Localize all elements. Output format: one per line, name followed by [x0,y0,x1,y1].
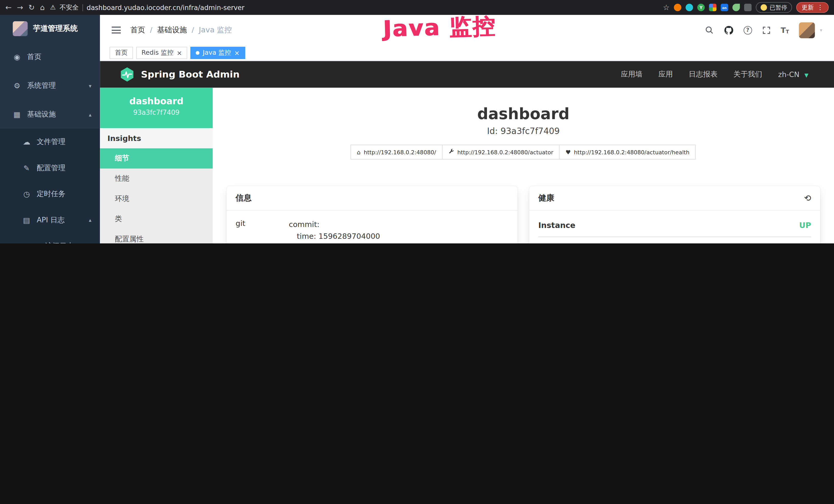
address-bar[interactable]: ⚠ 不安全 dashboard.yudao.iocoder.cn/infra/a… [50,3,658,12]
font-size-icon[interactable]: TT [781,26,789,34]
sba-nav-wall[interactable]: 应用墙 [621,70,643,79]
sidebar-item-scheduled-tasks[interactable]: ◷ 定时任务 [0,181,100,207]
cloud-icon: ☁ [22,137,31,146]
sba-nav-about[interactable]: 关于我们 [733,70,762,79]
sidebar-item-access-logs[interactable]: ▧ 访问日志 [0,233,100,244]
reload-icon[interactable]: ↻ [28,4,35,11]
active-dot-icon [196,51,200,55]
sba-main-content: dashboard Id: 93a3fc7f7409 ⌂ http://192.… [213,88,834,244]
breadcrumb: 首页 / 基础设施 / Java 监控 [130,25,232,35]
edit-icon: ✎ [22,164,31,172]
sidebar-collapse-icon[interactable] [112,27,121,33]
extension-icon-on[interactable]: on [721,4,728,11]
health-card-header: 健康 ⟲ [529,186,820,210]
sba-menu-metrics[interactable]: 性能 [100,168,213,189]
close-icon[interactable]: × [234,50,240,56]
heart-icon: ♥ [566,148,571,156]
sidebar-item-file-manage[interactable]: ☁ 文件管理 [0,129,100,155]
browser-menu-kebab-icon[interactable]: ⋮ [817,4,824,11]
extension-icon-1[interactable] [674,4,681,11]
app-logo-row[interactable]: 芋道管理系统 [0,15,100,43]
card-title: 健康 [539,193,554,203]
card-title: 信息 [236,193,251,203]
chevron-down-icon: ▼ [805,72,809,78]
close-icon[interactable]: × [177,50,182,56]
update-label: 更新 [802,3,814,11]
sidebar-item-api-logs[interactable]: ▤ API 日志 ▴ [0,207,100,233]
extension-icon-3[interactable]: Y [697,4,705,11]
instance-links: ⌂ http://192.168.0.2:48080/ http://192.1… [213,144,834,159]
browser-home-icon[interactable]: ⌂ [40,4,45,11]
tab-label: Java 监控 [203,48,231,57]
profile-avatar-icon [761,4,767,11]
breadcrumb-infrastructure[interactable]: 基础设施 [157,25,187,35]
profile-paused-chip[interactable]: 已暂停 [756,2,792,13]
tab-label: 首页 [115,48,128,57]
link-label: http://192.168.0.2:48080/actuator/health [574,149,690,155]
sba-instance-header[interactable]: dashboard 93a3fc7f7409 [100,88,213,128]
wrench-icon [448,148,454,156]
tab-home[interactable]: 首页 [110,47,133,59]
sba-locale-select[interactable]: zh-CN ▼ [778,70,808,78]
actuator-url-link[interactable]: http://192.168.0.2:48080/actuator [442,144,560,159]
history-icon[interactable]: ⟲ [804,194,811,202]
bookmark-star-icon[interactable]: ☆ [663,4,670,11]
instance-label: Instance [539,221,576,230]
sba-menu-classes[interactable]: 类 [100,209,213,229]
infrastructure-submenu: ☁ 文件管理 ✎ 配置管理 ◷ 定时任务 ▤ API 日志 ▴ ▧ [0,129,100,244]
tab-label: Redis 监控 [141,48,174,57]
url-divider [83,4,83,11]
instance-name: dashboard [100,96,213,106]
sidebar-item-label: 系统管理 [27,81,56,90]
sidebar-item-label: 定时任务 [37,189,66,199]
chevron-down-icon: ▾ [89,83,91,89]
sidebar-item-infrastructure[interactable]: ▦ 基础设施 ▴ [0,100,100,129]
tab-redis-monitor[interactable]: Redis 监控 × [136,47,187,59]
home-icon: ⌂ [357,148,360,156]
locale-label: zh-CN [778,70,799,78]
sidebar-item-config-manage[interactable]: ✎ 配置管理 [0,155,100,181]
service-url-link[interactable]: ⌂ http://192.168.0.2:48080/ [350,144,442,159]
tag-view-bar: 首页 Redis 监控 × Java 监控 × [100,45,834,61]
screen: ← → ↻ ⌂ ⚠ 不安全 dashboard.yudao.iocoder.cn… [0,0,834,244]
extension-icon-5[interactable] [744,4,751,11]
user-avatar[interactable] [799,22,815,38]
app-header: 首页 / 基础设施 / Java 监控 Java 监控 ? [100,15,834,45]
extension-icon-2[interactable] [685,4,693,11]
breadcrumb-home[interactable]: 首页 [130,25,145,35]
sba-nav-applications[interactable]: 应用 [659,70,673,79]
health-url-link[interactable]: ♥ http://192.168.0.2:48080/actuator/heal… [559,144,696,159]
sidebar-item-label: API 日志 [37,215,65,225]
info-card-header: 信息 [226,186,518,210]
access-log-icon: ▧ [31,242,39,244]
chrome-update-button[interactable]: 更新 ⋮ [796,2,829,13]
browser-toolbar: ← → ↻ ⌂ ⚠ 不安全 dashboard.yudao.iocoder.cn… [0,0,834,15]
url-text[interactable]: dashboard.yudao.iocoder.cn/infra/admin-s… [87,3,244,11]
github-icon[interactable] [724,25,733,35]
sidebar-item-home[interactable]: ◉ 首页 [0,43,100,71]
info-card: 信息 git commit: time: 1596289704000 id: 2… [226,186,518,244]
sidebar-item-system[interactable]: ⚙ 系统管理 ▾ [0,71,100,100]
sba-menu-environment[interactable]: 环境 [100,189,213,209]
tab-java-monitor[interactable]: Java 监控 × [191,47,245,59]
paused-label: 已暂停 [770,3,787,11]
sba-nav-journal[interactable]: 日志报表 [689,70,718,79]
help-icon[interactable]: ? [743,26,752,34]
sba-menu-config-props[interactable]: 配置属性 [100,229,213,244]
security-label[interactable]: 不安全 [60,3,79,12]
sba-menu-insights[interactable]: Insights [100,128,213,148]
breadcrumb-separator: / [192,26,194,34]
sba-brand-title[interactable]: Spring Boot Admin [141,69,240,79]
sidebar-item-label: 首页 [27,52,42,62]
leaf-extension-icon[interactable] [732,4,740,11]
fullscreen-icon[interactable] [762,26,771,34]
search-icon[interactable] [705,25,714,35]
back-icon[interactable]: ← [5,4,12,11]
forward-icon[interactable]: → [17,4,23,11]
extension-icon-4[interactable] [709,4,716,11]
link-label: http://192.168.0.2:48080/ [364,149,436,155]
instance-id: 93a3fc7f7409 [100,108,213,116]
infrastructure-icon: ▦ [13,110,21,119]
sba-menu-details[interactable]: 细节 [100,148,213,169]
browser-actions: ☆ Y on 已暂停 更新 ⋮ [663,2,829,13]
